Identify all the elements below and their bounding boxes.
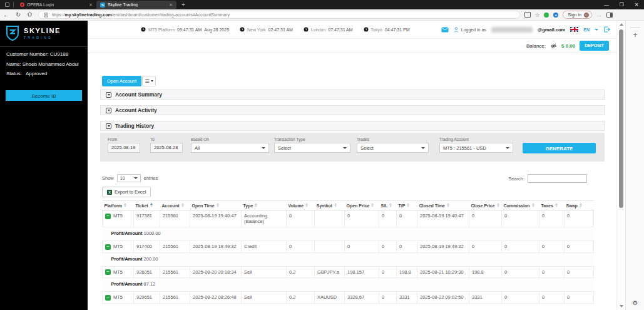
new-tab-button[interactable]: + [181, 1, 185, 8]
email-suffix: @gmail.com [538, 27, 565, 33]
column-header-volume[interactable]: Volume [287, 201, 315, 210]
column-header-taxes[interactable]: Taxes [539, 201, 565, 210]
logo-title: SKYLINE [24, 27, 61, 34]
split-screen-icon[interactable] [606, 13, 613, 18]
scroll-up-icon[interactable] [620, 23, 623, 26]
sort-icon[interactable] [371, 203, 374, 207]
sort-icon[interactable] [150, 203, 153, 207]
tab-workspaces-icon[interactable] [5, 3, 9, 7]
expand-row-button[interactable]: − [105, 269, 111, 275]
cell-symbol [315, 241, 345, 253]
accordion-section-account-summary[interactable]: Account Summary [100, 90, 605, 100]
sort-icon[interactable] [447, 203, 449, 207]
sign-in-button[interactable]: Sign in [563, 11, 591, 19]
scrollbar-thumb[interactable] [619, 29, 623, 208]
tab-close-icon[interactable]: ✕ [89, 3, 93, 8]
messages-envelope-icon[interactable] [441, 27, 449, 33]
language-selector[interactable]: EN [583, 28, 590, 32]
sort-icon[interactable] [255, 203, 257, 207]
column-header-open-price[interactable]: Open Price [345, 201, 379, 210]
cell-close-price: 3331 [469, 292, 502, 304]
profit-amount-row: Profit/Amount 87.12 [103, 278, 594, 292]
column-header-commission[interactable]: Commission [502, 201, 539, 210]
transaction-type-select[interactable]: Select [274, 143, 350, 153]
main-area: MT5 Platform09:47:31 AMAug 28 2025New Yo… [88, 21, 616, 310]
home-icon[interactable] [27, 9, 33, 21]
become-ib-button[interactable]: Become IB [6, 90, 82, 101]
column-header-closed-time[interactable]: Closed Time [417, 201, 469, 210]
column-header-type[interactable]: Type [242, 201, 287, 210]
column-header-open-time[interactable]: Open Time [190, 201, 242, 210]
from-date-input[interactable]: 2025-08-19 [108, 143, 140, 153]
expand-row-button[interactable]: − [105, 244, 111, 250]
export-to-excel-button[interactable]: X Export to Excel [102, 187, 151, 197]
trades-select[interactable]: Select [357, 143, 429, 153]
balance-label: Balance: [526, 43, 546, 49]
sort-icon[interactable] [217, 203, 219, 207]
accordion-section-trading-history[interactable]: Trading History [100, 121, 605, 131]
sort-icon[interactable] [580, 203, 582, 207]
logout-icon[interactable] [603, 26, 610, 33]
column-header-t-p[interactable]: T/P [397, 201, 417, 210]
search-input[interactable] [528, 174, 587, 183]
sort-icon[interactable] [407, 203, 409, 207]
generate-button[interactable]: GENERATE [523, 143, 596, 153]
refresh-icon[interactable]: ↻ [16, 9, 21, 21]
expand-row-button[interactable]: − [105, 214, 111, 219]
gear-icon[interactable]: ⚙ [626, 299, 644, 306]
address-bar[interactable]: https://my.skylinetrading.com/en/dashboa… [38, 11, 520, 19]
minimize-button[interactable]: — [599, 0, 614, 9]
collapse-toggle-icon[interactable] [106, 108, 111, 113]
tab-skyline-trading[interactable]: S Skyline Trading ✕ [96, 1, 176, 9]
trading-account-select[interactable]: MT5 : 215561 - USD [439, 143, 513, 153]
table-row: −MT59296512155612025-08-22 08:26:48Sell0… [103, 292, 594, 304]
tab-opera-login[interactable]: OPERA Login ✕ [16, 1, 96, 9]
collections-icon[interactable] [525, 13, 530, 17]
column-header-ticket[interactable]: Ticket [134, 201, 160, 210]
back-icon[interactable]: ← [3, 9, 9, 21]
sort-icon[interactable] [532, 203, 534, 207]
collapse-toggle-icon[interactable] [106, 123, 111, 129]
to-date-input[interactable]: 2025-08-28 [150, 143, 183, 153]
sort-icon[interactable] [555, 203, 558, 207]
cell-volume: 0 [287, 210, 315, 227]
expand-row-button[interactable]: − [105, 295, 111, 301]
column-header-platform[interactable]: Platform [103, 201, 134, 210]
column-header-s-l[interactable]: S/L [379, 201, 397, 210]
sort-icon[interactable] [124, 203, 126, 207]
site-info-icon[interactable] [44, 13, 48, 18]
hide-balance-eye-icon[interactable] [550, 43, 557, 49]
close-window-button[interactable]: ✕ [629, 0, 644, 9]
column-header-account[interactable]: Account [160, 201, 190, 210]
sort-icon[interactable] [334, 203, 337, 207]
deposit-button[interactable]: DEPOSIT [580, 41, 609, 51]
language-caret-icon[interactable] [595, 29, 598, 31]
favorites-star-icon[interactable]: ☆ [534, 9, 539, 21]
sort-icon[interactable] [305, 203, 308, 207]
browser-essentials-icon[interactable]: e [553, 13, 558, 18]
balance-amount: $ 0.00 [561, 43, 575, 49]
open-account-button[interactable]: Open Account [102, 76, 141, 86]
add-sidebar-item-icon[interactable]: + [626, 31, 644, 39]
based-on-select[interactable]: All [191, 143, 269, 153]
trading-history-filters: From 2025-08-19 To 2025-08-28 Based On A… [100, 133, 605, 162]
settings-menu-icon[interactable]: … [596, 12, 602, 18]
browser-scrollbar[interactable] [616, 21, 625, 310]
navbar-right-icons: ☆ e Sign in … [525, 9, 612, 21]
scroll-down-icon[interactable] [620, 305, 623, 307]
column-header-swap[interactable]: Swap [565, 201, 594, 210]
collapse-toggle-icon[interactable] [106, 92, 111, 98]
extension-icon[interactable] [544, 13, 549, 18]
tab-close-icon[interactable]: ✕ [169, 3, 173, 8]
sort-icon[interactable] [181, 203, 184, 207]
accordion-section-account-activity[interactable]: Account Activity [100, 105, 605, 115]
column-header-symbol[interactable]: Symbol [315, 201, 345, 210]
entries-label: entries [144, 175, 158, 181]
customer-number-value: CU9188 [50, 51, 68, 57]
sort-icon[interactable] [389, 203, 392, 207]
sort-icon[interactable] [497, 203, 499, 207]
account-actions-dropdown[interactable]: ☰ [142, 76, 156, 86]
column-header-close-price[interactable]: Close Price [469, 201, 502, 210]
entries-count-select[interactable]: 10 [117, 174, 141, 182]
restore-button[interactable]: ❐ [614, 0, 629, 9]
